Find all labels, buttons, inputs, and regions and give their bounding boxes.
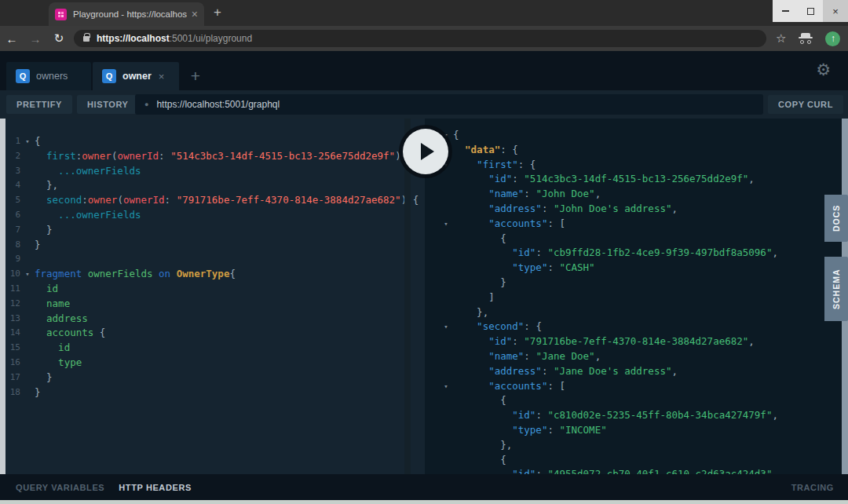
fold-arrow-icon[interactable]: ▾ [20, 267, 35, 282]
fold-gutter [439, 334, 453, 349]
query-code-line: 7 } [0, 223, 425, 238]
browser-new-tab-button[interactable]: + [214, 5, 221, 20]
window-bottom-edge [0, 500, 848, 504]
profile-avatar[interactable]: ↑ [825, 31, 840, 46]
result-code-line: "id": "c810d02e-5235-45ff-80b4-34bca4274… [425, 408, 848, 423]
docs-side-tab[interactable]: DOCS [824, 195, 848, 242]
query-code-line: 2 first:owner(ownerId: "514c3bc3-14df-45… [0, 149, 425, 164]
fold-arrow-icon[interactable]: ▾ [439, 379, 453, 394]
window-controls: × [773, 0, 848, 22]
query-code-line: 10▾fragment ownerFields on OwnerType{ [0, 267, 425, 282]
query-code-line: 1▾{ [0, 134, 425, 149]
query-code-line: 4 }, [0, 178, 425, 193]
playground-tab-close-icon[interactable]: × [159, 71, 165, 82]
fold-gutter [439, 349, 453, 364]
query-code-line: 16 type [0, 356, 425, 371]
tab-close-icon[interactable]: × [192, 8, 198, 20]
result-code-line: "id": "791716be-7eff-4370-814e-3884d27ae… [425, 334, 848, 349]
fold-gutter [20, 282, 35, 297]
browser-titlebar: Playground - https://localhost:50 × + × [0, 0, 848, 26]
minimize-button[interactable] [773, 0, 798, 22]
query-code-line: 11 id [0, 282, 425, 297]
prettify-button[interactable]: PRETTIFY [6, 95, 72, 114]
editor-area: 1▾{2 first:owner(ownerId: "514c3bc3-14df… [0, 119, 848, 474]
result-code-line: "address": "Jane Doe's address", [425, 364, 848, 379]
playground-tab-label: owners [36, 71, 68, 82]
response-scrollbar-track[interactable] [404, 119, 411, 474]
forward-icon[interactable]: → [24, 32, 47, 46]
browser-tab[interactable]: Playground - https://localhost:50 × [49, 2, 204, 26]
fold-gutter [439, 232, 453, 247]
maximize-button[interactable] [798, 0, 823, 22]
fold-gutter [439, 305, 453, 320]
copy-curl-button[interactable]: COPY CURL [768, 95, 843, 114]
fold-gutter [20, 312, 35, 327]
fold-gutter [439, 393, 453, 408]
bookmark-star-icon[interactable]: ☆ [776, 31, 786, 46]
execute-query-button[interactable] [403, 129, 448, 174]
result-code-line: "id": "cb9ffd28-1fb2-4ce9-9f39-497bdf8a5… [425, 246, 848, 261]
result-code-line: { [425, 453, 848, 468]
browser-navbar: ← → ↻ https://localhost:5001/ui/playgrou… [0, 26, 848, 51]
schema-side-tab[interactable]: SCHEMA [824, 257, 848, 321]
fold-gutter [439, 172, 453, 187]
fold-gutter [20, 208, 35, 223]
query-code-line: 17 } [0, 371, 425, 385]
query-code-line: 12 name [0, 297, 425, 312]
fold-gutter [20, 238, 35, 253]
fold-gutter [439, 261, 453, 276]
query-code-line: 9 [0, 252, 425, 267]
endpoint-input[interactable]: ● https://localhost:5001/graphql [135, 94, 763, 115]
fold-arrow-icon[interactable]: ▾ [439, 320, 453, 334]
fold-gutter [20, 341, 35, 356]
play-icon [421, 143, 434, 160]
result-code-line: ▾ "accounts": [ [425, 217, 848, 232]
fold-gutter [439, 423, 453, 438]
history-button[interactable]: HISTORY [77, 95, 139, 114]
query-code-line: 8} [0, 238, 425, 253]
back-icon[interactable]: ← [0, 32, 24, 46]
fold-gutter [439, 202, 453, 217]
query-code-line: 18} [0, 385, 425, 400]
result-code-line: } [425, 276, 848, 290]
url-host: https://localhost [97, 33, 170, 44]
fold-gutter [20, 178, 35, 193]
query-code-line: 5 second:owner(ownerId: "791716be-7eff-4… [0, 193, 425, 208]
result-code-line: "name": "Jane Doe", [425, 349, 848, 364]
result-code-line: ▾ "second": { [425, 320, 848, 334]
result-code-line: }, [425, 438, 848, 453]
endpoint-status-dot-icon: ● [144, 100, 148, 108]
http-headers-toggle[interactable]: HTTP HEADERS [119, 483, 192, 492]
address-bar[interactable]: https://localhost:5001/ui/playground [74, 30, 766, 47]
query-editor-scrollbar[interactable] [0, 119, 5, 474]
query-variables-toggle[interactable]: QUERY VARIABLES [16, 483, 104, 492]
result-code-line: ▾{ [425, 128, 848, 143]
fold-gutter [20, 371, 35, 385]
settings-gear-icon[interactable]: ⚙ [816, 60, 831, 79]
response-viewer[interactable]: ▾{▾ "data": {▾ "first": { "id": "514c3bc… [425, 119, 848, 474]
fold-arrow-icon[interactable]: ▾ [20, 134, 35, 149]
playground-new-tab-button[interactable]: + [182, 62, 209, 90]
lock-icon [83, 36, 90, 42]
playground-toolbar: PRETTIFY HISTORY ● https://localhost:500… [0, 90, 848, 119]
fold-gutter [20, 297, 35, 312]
playground-tab-owners[interactable]: Q owners [6, 62, 91, 90]
query-editor[interactable]: 1▾{2 first:owner(ownerId: "514c3bc3-14df… [0, 119, 425, 474]
query-code-line: 13 address [0, 312, 425, 327]
tracing-toggle[interactable]: TRACING [791, 483, 834, 492]
result-code-line: { [425, 393, 848, 408]
query-badge-icon: Q [16, 69, 30, 83]
query-code-line: 3 ...ownerFields [0, 164, 425, 179]
playground-tab-owner[interactable]: Q owner × [93, 62, 179, 90]
fold-gutter [20, 326, 35, 341]
fold-gutter [439, 467, 453, 474]
result-code-line: "type": "INCOME" [425, 423, 848, 438]
fold-arrow-icon[interactable]: ▾ [439, 217, 453, 232]
fold-gutter [439, 408, 453, 423]
result-code-line: "name": "John Doe", [425, 187, 848, 202]
result-code-line: ] [425, 290, 848, 305]
close-window-button[interactable]: × [823, 0, 848, 22]
app-window: Playground - https://localhost:50 × + × … [0, 0, 848, 504]
reload-icon[interactable]: ↻ [47, 31, 71, 46]
fold-gutter [439, 187, 453, 202]
